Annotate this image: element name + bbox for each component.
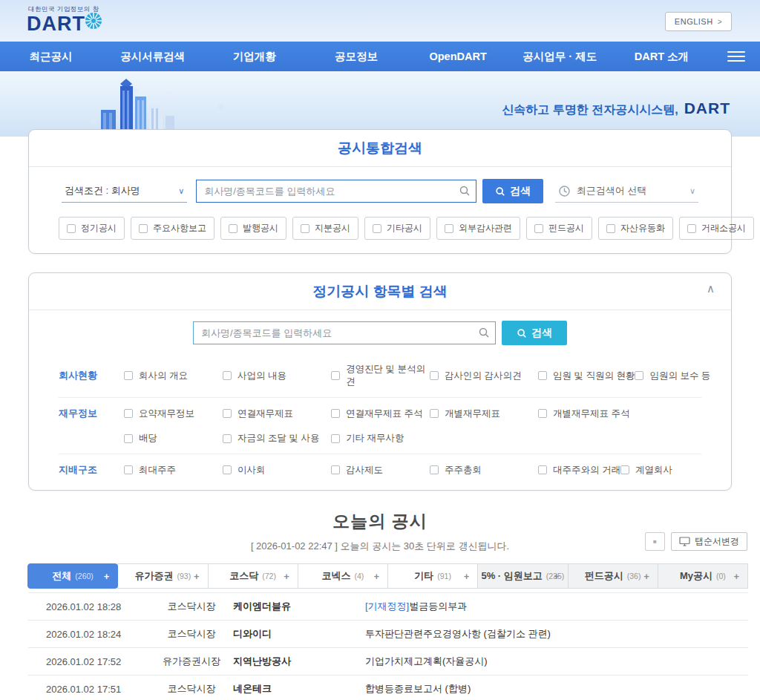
item-checkbox[interactable]: 기타 재무사항 [331, 432, 430, 445]
today-tab[interactable]: 코넥스 (4) + [298, 563, 388, 589]
disclosure-title[interactable]: 투자판단관련주요경영사항 (검찰기소 관련) [365, 627, 748, 641]
today-tab[interactable]: 기타 (91) + [387, 563, 478, 589]
disclosure-market: 코스닥시장 [150, 600, 233, 613]
item-checkbox[interactable]: 대주주와의 거래 [538, 464, 620, 477]
plus-icon: + [554, 571, 560, 582]
disclosure-market: 유가증권시장 [150, 655, 233, 668]
slogan-text: 신속하고 투명한 전자공시시스템, [502, 102, 678, 118]
checkbox-icon [606, 224, 615, 233]
today-tab[interactable]: 5% · 임원보고 (235) + [477, 563, 568, 589]
search-icon [495, 186, 505, 197]
item-checkbox[interactable]: 임원의 보수 등 [635, 370, 710, 382]
today-title: 오늘의 공시 [0, 510, 760, 533]
filter-checkbox-chip[interactable]: 펀드공시 [526, 217, 592, 240]
item-checkbox[interactable]: 경영진단 및 분석의견 [331, 363, 430, 388]
menu-button[interactable] [712, 42, 760, 71]
filter-checkbox-chip[interactable]: 기타공시 [364, 217, 430, 240]
nav-item[interactable]: 기업개황 [203, 42, 305, 71]
nav-item[interactable]: DART 소개 [611, 42, 712, 71]
nav-item[interactable]: 공시업무 · 제도 [509, 42, 611, 71]
tab-order-change-button[interactable]: 탭순서변경 [671, 532, 747, 551]
filter-label: 자산유동화 [620, 222, 665, 235]
search-button-label: 검색 [510, 185, 531, 198]
periodic-company-search-input[interactable] [193, 321, 496, 344]
filter-label: 발행공시 [243, 222, 278, 235]
item-checkbox[interactable]: 계열회사 [620, 464, 672, 477]
disclosure-company[interactable]: 케이엠더블유 [233, 600, 365, 613]
periodic-search-card: 정기공시 항목별 검색 ∧ 검색 회사현황 [28, 272, 732, 491]
item-checkbox[interactable]: 회사의 개요 [124, 370, 223, 382]
item-checkbox[interactable]: 감사인의 감사의견 [430, 370, 538, 382]
filter-label: 정기공시 [81, 222, 117, 235]
square-icon: ■ [653, 538, 657, 545]
item-label: 계열회사 [635, 464, 672, 477]
item-checkbox[interactable]: 감사제도 [331, 464, 430, 477]
collapse-chevron-up-icon[interactable]: ∧ [707, 282, 715, 295]
nav-item[interactable]: 공모정보 [305, 42, 407, 71]
item-checkbox[interactable]: 주주총회 [430, 464, 538, 477]
filter-checkbox-chip[interactable]: 외부감사관련 [436, 217, 520, 240]
item-checkbox[interactable]: 임원 및 직원의 현황 [538, 370, 635, 382]
company-search-input[interactable] [196, 180, 476, 203]
checkbox-icon [430, 371, 439, 380]
pinwheel-globe-icon [84, 11, 103, 30]
disclosure-company[interactable]: 지역난방공사 [233, 655, 365, 668]
pause-refresh-button[interactable]: ■ [645, 532, 665, 551]
filter-checkbox-chip[interactable]: 거래소공시 [679, 217, 754, 240]
disclosure-title[interactable]: 기업가치제고계획(자율공시) [365, 655, 748, 668]
checkbox-icon [430, 465, 439, 474]
filter-label: 거래소공시 [701, 222, 746, 235]
filter-checkbox-chip[interactable]: 지분공시 [292, 217, 358, 240]
item-checkbox[interactable]: 요약재무정보 [124, 408, 223, 420]
filter-checkbox-chip[interactable]: 주요사항보고 [131, 217, 214, 240]
disclosure-title[interactable]: [기재정정]벌금등의부과 [365, 600, 748, 613]
today-tab[interactable]: 펀드공시 (36) + [568, 563, 658, 589]
item-checkbox[interactable]: 이사회 [223, 464, 331, 477]
filter-checkbox-chip[interactable]: 발행공시 [220, 217, 286, 240]
tab-count: (36) [627, 572, 641, 580]
dart-logo[interactable]: 대한민국 기업정보의 창 DART [27, 5, 103, 34]
table-row[interactable]: 2026.01.02 18:28 코스닥시장 케이엠더블유 [기재정정]벌금등의… [28, 593, 748, 621]
filter-checkbox-chip[interactable]: 정기공시 [59, 217, 125, 240]
disclosure-company[interactable]: 디와이디 [233, 627, 365, 641]
search-icon [459, 185, 471, 197]
today-tab[interactable]: My공시 (0) + [658, 563, 748, 589]
item-label: 주주총회 [445, 464, 482, 477]
table-row[interactable]: 2026.01.02 17:52 유가증권시장 지역난방공사 기업가치제고계획(… [28, 648, 748, 676]
disclosure-title[interactable]: 합병등종료보고서 (합병) [365, 682, 748, 696]
item-checkbox[interactable]: 자금의 조달 및 사용 [223, 432, 331, 445]
table-row[interactable]: 2026.01.02 18:24 코스닥시장 디와이디 투자판단관련주요경영사항… [28, 621, 748, 648]
nav-item[interactable]: 최근공시 [0, 42, 102, 71]
today-tab[interactable]: 유가증권 (93) + [117, 563, 208, 589]
item-checkbox[interactable]: 최대주주 [124, 464, 223, 477]
tab-count: (72) [262, 572, 276, 580]
today-tab[interactable]: 코스닥 (72) + [208, 563, 298, 589]
table-row[interactable]: 2026.01.02 17:51 코스닥시장 네온테크 합병등종료보고서 (합병… [28, 676, 748, 700]
filter-checkbox-chip[interactable]: 자산유동화 [598, 217, 673, 240]
english-button[interactable]: ENGLISH > [665, 12, 732, 31]
filter-label: 외부감사관련 [459, 222, 512, 235]
checkbox-icon [223, 409, 232, 418]
today-tab[interactable]: 전체 (260) + [27, 563, 118, 589]
checkbox-icon [538, 409, 547, 418]
item-checkbox[interactable]: 개별재무제표 주석 [538, 408, 629, 420]
periodic-search-button[interactable]: 검색 [502, 321, 567, 345]
nav-item[interactable]: OpenDART [407, 42, 509, 71]
plus-icon: + [643, 571, 649, 582]
item-checkbox[interactable]: 연결재무제표 [223, 408, 331, 420]
chevron-right-icon: > [718, 18, 722, 26]
nav-item[interactable]: 공시서류검색 [102, 42, 203, 71]
tab-label: 코스닥 [229, 569, 258, 583]
search-button[interactable]: 검색 [482, 179, 543, 203]
search-condition-select[interactable]: 검색조건 : 회사명 ∨ [62, 180, 187, 203]
slogan: 신속하고 투명한 전자공시시스템, DART [502, 99, 730, 118]
recent-search-select[interactable]: 최근검색어 선택 ∨ [555, 180, 698, 203]
item-checkbox[interactable]: 사업의 내용 [223, 370, 331, 382]
item-checkbox[interactable]: 배당 [124, 432, 223, 445]
chevron-down-icon: ∨ [178, 186, 184, 196]
item-checkbox[interactable]: 연결재무제표 주석 [331, 408, 430, 420]
disclosure-company[interactable]: 네온테크 [233, 682, 365, 696]
search-button-label: 검색 [531, 327, 552, 340]
checkbox-icon [229, 224, 238, 233]
item-checkbox[interactable]: 개별재무제표 [430, 408, 538, 420]
